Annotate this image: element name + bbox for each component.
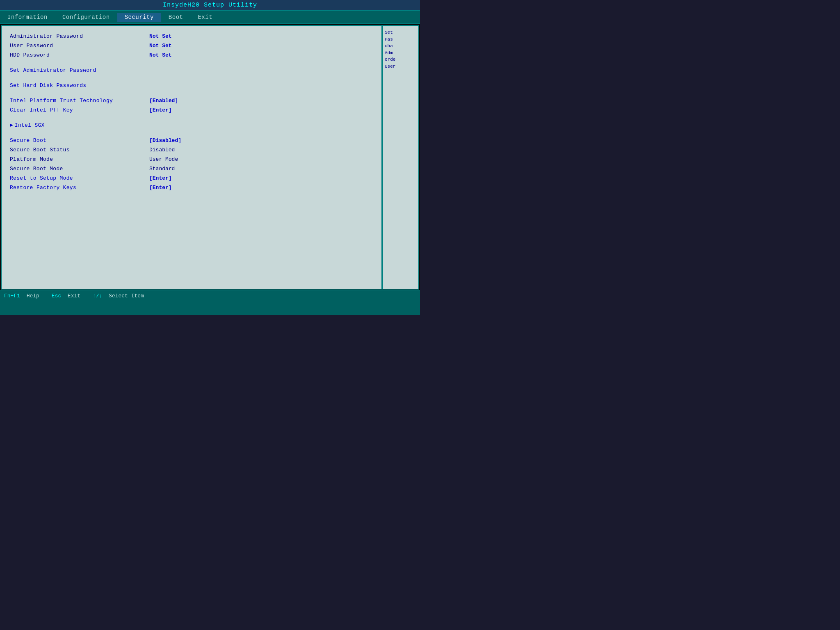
- secure-boot-mode-value: Standard: [149, 166, 175, 172]
- restore-factory-keys-row[interactable]: Restore Factory Keys [Enter]: [10, 184, 373, 192]
- footer-bar: Fn+F1 Help Esc Exit ↑/↓ Select Item: [0, 290, 420, 315]
- admin-password-value: Not Set: [149, 33, 172, 39]
- platform-mode-value: User Mode: [149, 156, 178, 162]
- platform-mode-row: Platform Mode User Mode: [10, 155, 373, 163]
- main-area: Administrator Password Not Set User Pass…: [0, 24, 420, 290]
- secure-boot-row[interactable]: Secure Boot [Disabled]: [10, 137, 373, 144]
- secure-boot-status-row: Secure Boot Status Disabled: [10, 146, 373, 154]
- title-bar: InsydeH20 Setup Utility: [0, 0, 420, 11]
- platform-mode-label: Platform Mode: [10, 156, 149, 162]
- sidebar-text: SetPaschaAdmordeUser: [385, 30, 395, 69]
- menu-configuration[interactable]: Configuration: [55, 13, 117, 22]
- set-admin-label[interactable]: Set Administrator Password: [10, 67, 149, 73]
- fn-f1-help: Fn+F1 Help: [4, 293, 39, 299]
- hdd-password-label: HDD Password: [10, 52, 149, 58]
- set-hdd-label[interactable]: Set Hard Disk Passwords: [10, 82, 149, 89]
- clear-intel-ptt-row[interactable]: Clear Intel PTT Key [Enter]: [10, 106, 373, 114]
- secure-boot-status-label: Secure Boot Status: [10, 147, 149, 153]
- user-password-value: Not Set: [149, 43, 172, 49]
- hdd-password-row: HDD Password Not Set: [10, 51, 373, 59]
- secure-boot-mode-row: Secure Boot Mode Standard: [10, 165, 373, 173]
- esc-exit: Esc Exit: [52, 293, 80, 299]
- restore-factory-keys-value: [Enter]: [149, 185, 172, 191]
- restore-factory-keys-label[interactable]: Restore Factory Keys: [10, 185, 149, 191]
- intel-sgx-row[interactable]: ► Intel SGX: [10, 121, 373, 129]
- arrow-select: ↑/↓ Select Item: [93, 293, 144, 299]
- set-hdd-row[interactable]: Set Hard Disk Passwords: [10, 82, 373, 89]
- menu-boot[interactable]: Boot: [161, 13, 191, 22]
- set-admin-row[interactable]: Set Administrator Password: [10, 66, 373, 74]
- intel-sgx-label[interactable]: Intel SGX: [15, 122, 154, 128]
- content-area: Administrator Password Not Set User Pass…: [1, 25, 382, 290]
- admin-password-label: Administrator Password: [10, 33, 149, 39]
- intel-sgx-arrow: ►: [10, 122, 13, 128]
- menu-bar[interactable]: Information Configuration Security Boot …: [0, 11, 420, 24]
- bios-screen: InsydeH20 Setup Utility Information Conf…: [0, 0, 420, 315]
- secure-boot-status-value: Disabled: [149, 147, 175, 153]
- user-password-row: User Password Not Set: [10, 42, 373, 50]
- reset-setup-mode-value: [Enter]: [149, 175, 172, 181]
- reset-setup-mode-row[interactable]: Reset to Setup Mode [Enter]: [10, 174, 373, 182]
- user-password-label: User Password: [10, 43, 149, 49]
- admin-password-row: Administrator Password Not Set: [10, 32, 373, 40]
- menu-exit[interactable]: Exit: [190, 13, 220, 22]
- intel-platform-label[interactable]: Intel Platform Trust Technology: [10, 98, 149, 104]
- sidebar: SetPaschaAdmordeUser: [382, 25, 419, 290]
- bios-title: InsydeH20 Setup Utility: [163, 2, 257, 9]
- intel-platform-row[interactable]: Intel Platform Trust Technology [Enabled…: [10, 97, 373, 105]
- reset-setup-mode-label[interactable]: Reset to Setup Mode: [10, 175, 149, 181]
- secure-boot-mode-label: Secure Boot Mode: [10, 166, 149, 172]
- menu-information[interactable]: Information: [0, 13, 55, 22]
- secure-boot-value: [Disabled]: [149, 137, 181, 144]
- footer-row: Fn+F1 Help Esc Exit ↑/↓ Select Item: [4, 293, 416, 299]
- hdd-password-value: Not Set: [149, 52, 172, 58]
- clear-intel-ptt-value: [Enter]: [149, 107, 172, 113]
- secure-boot-label[interactable]: Secure Boot: [10, 137, 149, 144]
- menu-security[interactable]: Security: [117, 13, 161, 22]
- intel-platform-value: [Enabled]: [149, 98, 178, 104]
- clear-intel-ptt-label[interactable]: Clear Intel PTT Key: [10, 107, 149, 113]
